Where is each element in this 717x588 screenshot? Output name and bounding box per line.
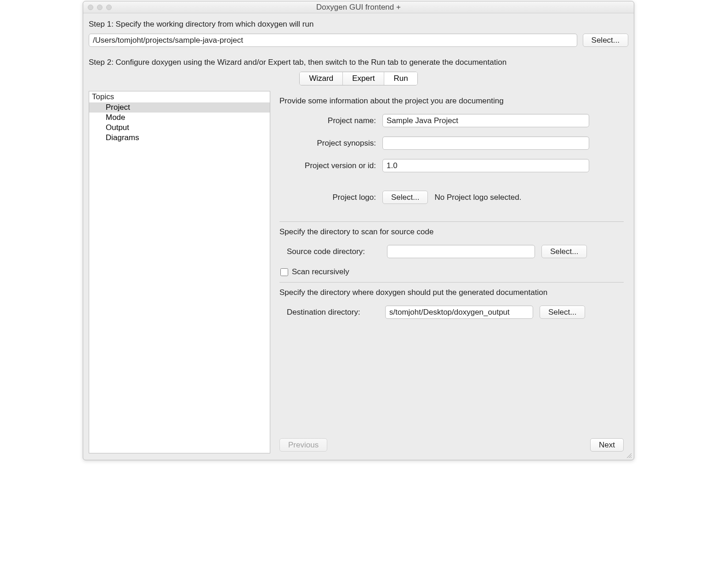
project-logo-label: Project logo: [279, 193, 376, 202]
minimize-icon[interactable] [97, 5, 102, 10]
working-dir-select-button[interactable]: Select... [583, 34, 628, 47]
project-version-input[interactable] [382, 159, 589, 172]
project-name-label: Project name: [279, 116, 376, 125]
project-logo-select-button[interactable]: Select... [382, 191, 428, 204]
project-intro: Provide some information about the proje… [279, 96, 624, 106]
resize-grip-icon[interactable] [626, 452, 632, 458]
right-panel: Provide some information about the proje… [277, 91, 628, 453]
source-dir-select-button[interactable]: Select... [541, 245, 587, 258]
tab-control: Wizard Expert Run [299, 72, 417, 85]
project-logo-row: Project logo: Select... No Project logo … [279, 191, 624, 204]
project-version-row: Project version or id: [279, 159, 624, 172]
topics-panel: Topics Project Mode Output Diagrams [89, 91, 270, 453]
project-name-row: Project name: [279, 114, 624, 127]
project-synopsis-label: Project synopsis: [279, 139, 376, 148]
nav-row: Previous Next [279, 430, 624, 452]
tab-expert[interactable]: Expert [343, 72, 384, 85]
window-title: Doxygen GUI frontend + [88, 3, 629, 12]
next-button[interactable]: Next [590, 438, 624, 452]
source-dir-label: Source code directory: [279, 247, 381, 256]
source-dir-input[interactable] [387, 245, 535, 258]
main-area: Topics Project Mode Output Diagrams Prov… [89, 88, 628, 453]
scan-recursively-row: Scan recursively [279, 267, 624, 277]
project-synopsis-input[interactable] [382, 136, 589, 150]
working-dir-input[interactable] [89, 34, 577, 47]
zoom-icon[interactable] [106, 5, 112, 10]
source-intro: Specify the directory to scan for source… [279, 227, 624, 237]
step1-label: Step 1: Specify the working directory fr… [89, 20, 628, 29]
project-logo-status: No Project logo selected. [434, 193, 521, 202]
tab-run[interactable]: Run [384, 72, 417, 85]
traffic-lights [88, 5, 112, 10]
scan-recursively-checkbox[interactable] [280, 268, 288, 276]
dest-dir-label: Destination directory: [279, 308, 379, 317]
titlebar: Doxygen GUI frontend + [83, 1, 634, 13]
close-icon[interactable] [88, 5, 93, 10]
topics-list: Project Mode Output Diagrams [89, 102, 270, 143]
topic-item-mode[interactable]: Mode [89, 113, 270, 123]
app-window: Doxygen GUI frontend + Step 1: Specify t… [83, 1, 634, 460]
working-dir-row: Select... [89, 34, 628, 47]
project-version-label: Project version or id: [279, 161, 376, 170]
dest-dir-row: Destination directory: Select... [279, 305, 624, 319]
window-body: Step 1: Specify the working directory fr… [83, 13, 634, 460]
topic-item-diagrams[interactable]: Diagrams [89, 133, 270, 143]
source-dir-row: Source code directory: Select... [279, 245, 624, 258]
dest-dir-select-button[interactable]: Select... [540, 305, 585, 319]
divider-2 [279, 282, 624, 283]
tab-wizard[interactable]: Wizard [300, 72, 343, 85]
project-name-input[interactable] [382, 114, 589, 127]
topic-item-output[interactable]: Output [89, 123, 270, 133]
topics-header: Topics [89, 91, 270, 102]
topic-item-project[interactable]: Project [89, 102, 270, 113]
dest-dir-input[interactable] [385, 305, 533, 319]
svg-line-2 [631, 457, 632, 458]
tabs: Wizard Expert Run [89, 72, 628, 85]
previous-button[interactable]: Previous [279, 438, 327, 452]
dest-intro: Specify the directory where doxygen shou… [279, 288, 624, 297]
scan-recursively-label: Scan recursively [292, 267, 349, 277]
step2-label: Step 2: Configure doxygen using the Wiza… [89, 58, 628, 67]
divider-1 [279, 221, 624, 222]
project-synopsis-row: Project synopsis: [279, 136, 624, 150]
